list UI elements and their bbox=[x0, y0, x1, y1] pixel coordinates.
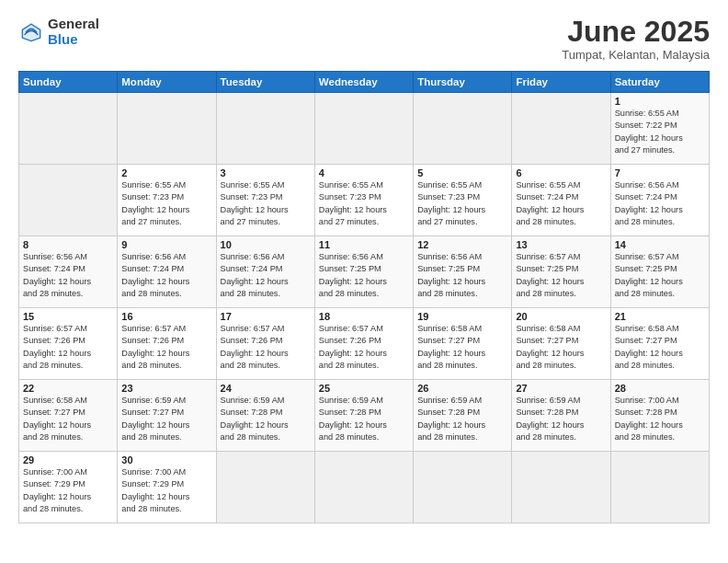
cell-content: Sunrise: 6:59 AMSunset: 7:28 PMDaylight:… bbox=[516, 395, 606, 443]
day-number: 1 bbox=[615, 96, 705, 107]
calendar-cell bbox=[314, 452, 413, 523]
week-row: 22Sunrise: 6:58 AMSunset: 7:27 PMDayligh… bbox=[19, 380, 710, 452]
day-number: 26 bbox=[417, 383, 507, 394]
day-number: 3 bbox=[221, 167, 311, 178]
day-number: 5 bbox=[417, 167, 507, 178]
cell-content: Sunrise: 6:55 AMSunset: 7:24 PMDaylight:… bbox=[516, 179, 606, 228]
calendar-table: SundayMondayTuesdayWednesdayThursdayFrid… bbox=[18, 71, 710, 523]
day-number: 29 bbox=[23, 454, 113, 465]
cell-content: Sunrise: 6:56 AMSunset: 7:25 PMDaylight:… bbox=[319, 251, 409, 300]
empty-cell bbox=[414, 93, 512, 165]
empty-cell bbox=[512, 93, 610, 165]
day-number: 2 bbox=[121, 167, 211, 178]
calendar-cell: 16Sunrise: 6:57 AMSunset: 7:26 PMDayligh… bbox=[118, 308, 216, 380]
cell-content: Sunrise: 6:59 AMSunset: 7:28 PMDaylight:… bbox=[319, 395, 409, 443]
calendar-cell: 2Sunrise: 6:55 AMSunset: 7:23 PMDaylight… bbox=[118, 165, 216, 236]
month-title: June 2025 bbox=[562, 17, 710, 46]
cell-content: Sunrise: 7:00 AMSunset: 7:29 PMDaylight:… bbox=[23, 466, 113, 515]
week-row: 1Sunrise: 6:55 AMSunset: 7:22 PMDaylight… bbox=[19, 93, 710, 165]
page: General Blue June 2025 Tumpat, Kelantan,… bbox=[0, 0, 728, 563]
empty-cell bbox=[118, 93, 216, 165]
cell-content: Sunrise: 6:56 AMSunset: 7:25 PMDaylight:… bbox=[417, 251, 507, 300]
day-number: 15 bbox=[23, 311, 113, 322]
calendar-cell: 8Sunrise: 6:56 AMSunset: 7:24 PMDaylight… bbox=[19, 236, 118, 308]
day-number: 14 bbox=[615, 239, 705, 250]
calendar-cell: 11Sunrise: 6:56 AMSunset: 7:25 PMDayligh… bbox=[314, 236, 413, 308]
day-header-thursday: Thursday bbox=[414, 72, 512, 93]
day-number: 24 bbox=[221, 383, 311, 394]
day-number: 20 bbox=[516, 311, 606, 322]
cell-content: Sunrise: 6:57 AMSunset: 7:26 PMDaylight:… bbox=[319, 323, 409, 372]
day-header-friday: Friday bbox=[512, 72, 610, 93]
day-header-sunday: Sunday bbox=[19, 72, 118, 93]
cell-content: Sunrise: 6:55 AMSunset: 7:23 PMDaylight:… bbox=[417, 179, 507, 228]
day-number: 19 bbox=[417, 311, 507, 322]
logo-blue-text: Blue bbox=[48, 32, 99, 48]
calendar-cell bbox=[19, 165, 118, 236]
cell-content: Sunrise: 6:55 AMSunset: 7:22 PMDaylight:… bbox=[615, 108, 705, 156]
cell-content: Sunrise: 6:56 AMSunset: 7:24 PMDaylight:… bbox=[615, 179, 705, 228]
day-header-monday: Monday bbox=[118, 72, 216, 93]
day-number: 9 bbox=[121, 239, 211, 250]
calendar-cell: 17Sunrise: 6:57 AMSunset: 7:26 PMDayligh… bbox=[216, 308, 314, 380]
cell-content: Sunrise: 6:55 AMSunset: 7:23 PMDaylight:… bbox=[121, 179, 211, 228]
cell-content: Sunrise: 6:56 AMSunset: 7:24 PMDaylight:… bbox=[121, 251, 211, 300]
empty-cell bbox=[216, 93, 314, 165]
week-row: 29Sunrise: 7:00 AMSunset: 7:29 PMDayligh… bbox=[19, 452, 710, 523]
day-number: 12 bbox=[417, 239, 507, 250]
calendar-cell: 26Sunrise: 6:59 AMSunset: 7:28 PMDayligh… bbox=[414, 380, 512, 452]
cell-content: Sunrise: 6:57 AMSunset: 7:25 PMDaylight:… bbox=[615, 251, 705, 300]
day-header-saturday: Saturday bbox=[610, 72, 709, 93]
header-row: SundayMondayTuesdayWednesdayThursdayFrid… bbox=[19, 72, 710, 93]
cell-content: Sunrise: 6:59 AMSunset: 7:28 PMDaylight:… bbox=[417, 395, 507, 443]
day-number: 30 bbox=[121, 454, 211, 465]
calendar-cell: 12Sunrise: 6:56 AMSunset: 7:25 PMDayligh… bbox=[414, 236, 512, 308]
calendar-cell: 3Sunrise: 6:55 AMSunset: 7:23 PMDaylight… bbox=[216, 165, 314, 236]
calendar-cell: 5Sunrise: 6:55 AMSunset: 7:23 PMDaylight… bbox=[414, 165, 512, 236]
calendar-cell bbox=[216, 452, 314, 523]
calendar-cell bbox=[414, 452, 512, 523]
location: Tumpat, Kelantan, Malaysia bbox=[562, 48, 710, 62]
calendar-cell: 14Sunrise: 6:57 AMSunset: 7:25 PMDayligh… bbox=[610, 236, 709, 308]
calendar-cell: 15Sunrise: 6:57 AMSunset: 7:26 PMDayligh… bbox=[19, 308, 118, 380]
cell-content: Sunrise: 6:59 AMSunset: 7:27 PMDaylight:… bbox=[121, 395, 211, 443]
title-area: June 2025 Tumpat, Kelantan, Malaysia bbox=[562, 17, 710, 62]
day-number: 6 bbox=[516, 167, 606, 178]
calendar-cell: 13Sunrise: 6:57 AMSunset: 7:25 PMDayligh… bbox=[512, 236, 610, 308]
calendar-cell: 10Sunrise: 6:56 AMSunset: 7:24 PMDayligh… bbox=[216, 236, 314, 308]
logo-text: General Blue bbox=[48, 17, 99, 47]
cell-content: Sunrise: 6:57 AMSunset: 7:25 PMDaylight:… bbox=[516, 251, 606, 300]
calendar-cell: 19Sunrise: 6:58 AMSunset: 7:27 PMDayligh… bbox=[414, 308, 512, 380]
calendar-cell: 9Sunrise: 6:56 AMSunset: 7:24 PMDaylight… bbox=[118, 236, 216, 308]
calendar-cell: 30Sunrise: 7:00 AMSunset: 7:29 PMDayligh… bbox=[118, 452, 216, 523]
day-number: 4 bbox=[319, 167, 409, 178]
cell-content: Sunrise: 6:56 AMSunset: 7:24 PMDaylight:… bbox=[221, 251, 311, 300]
day-number: 27 bbox=[516, 383, 606, 394]
day-number: 23 bbox=[121, 383, 211, 394]
calendar-cell: 21Sunrise: 6:58 AMSunset: 7:27 PMDayligh… bbox=[610, 308, 709, 380]
calendar-cell bbox=[610, 452, 709, 523]
cell-content: Sunrise: 7:00 AMSunset: 7:28 PMDaylight:… bbox=[615, 395, 705, 443]
day-number: 8 bbox=[23, 239, 113, 250]
calendar-cell: 24Sunrise: 6:59 AMSunset: 7:28 PMDayligh… bbox=[216, 380, 314, 452]
day-number: 25 bbox=[319, 383, 409, 394]
calendar-cell: 22Sunrise: 6:58 AMSunset: 7:27 PMDayligh… bbox=[19, 380, 118, 452]
day-number: 11 bbox=[319, 239, 409, 250]
day-number: 17 bbox=[221, 311, 311, 322]
day-number: 28 bbox=[615, 383, 705, 394]
cell-content: Sunrise: 6:58 AMSunset: 7:27 PMDaylight:… bbox=[417, 323, 507, 372]
calendar-cell: 18Sunrise: 6:57 AMSunset: 7:26 PMDayligh… bbox=[314, 308, 413, 380]
logo-icon bbox=[18, 19, 44, 45]
calendar-cell: 7Sunrise: 6:56 AMSunset: 7:24 PMDaylight… bbox=[610, 165, 709, 236]
day-number: 16 bbox=[121, 311, 211, 322]
logo: General Blue bbox=[18, 17, 99, 47]
cell-content: Sunrise: 6:58 AMSunset: 7:27 PMDaylight:… bbox=[23, 395, 113, 443]
day-number: 13 bbox=[516, 239, 606, 250]
day-header-tuesday: Tuesday bbox=[216, 72, 314, 93]
week-row: 8Sunrise: 6:56 AMSunset: 7:24 PMDaylight… bbox=[19, 236, 710, 308]
day-header-wednesday: Wednesday bbox=[314, 72, 413, 93]
cell-content: Sunrise: 6:57 AMSunset: 7:26 PMDaylight:… bbox=[221, 323, 311, 372]
calendar-cell: 1Sunrise: 6:55 AMSunset: 7:22 PMDaylight… bbox=[610, 93, 709, 165]
cell-content: Sunrise: 6:56 AMSunset: 7:24 PMDaylight:… bbox=[23, 251, 113, 300]
calendar-cell: 20Sunrise: 6:58 AMSunset: 7:27 PMDayligh… bbox=[512, 308, 610, 380]
